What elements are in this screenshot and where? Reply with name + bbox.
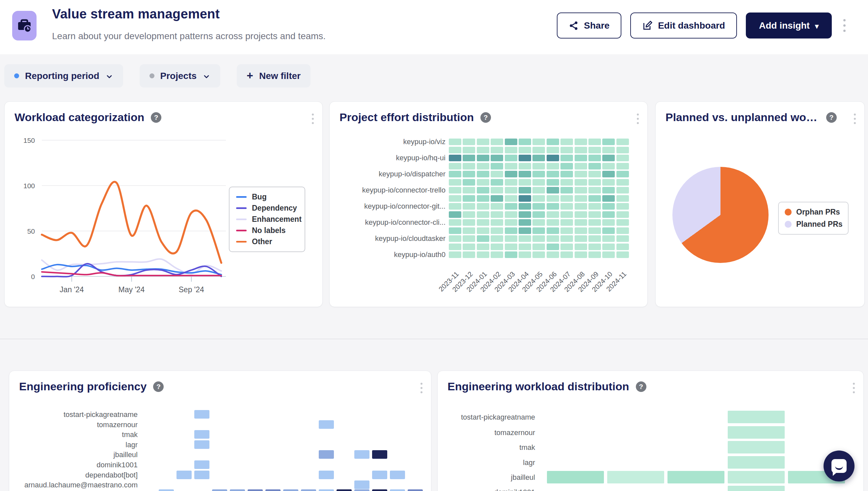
proficiency-cell[interactable] [408, 489, 423, 491]
workload-bar[interactable] [728, 441, 785, 454]
heatmap-cell[interactable] [532, 235, 545, 242]
heatmap-cell[interactable] [505, 195, 517, 202]
proficiency-cell[interactable] [319, 420, 334, 429]
help-icon[interactable]: ? [826, 112, 837, 123]
heatmap-cell[interactable] [560, 243, 573, 250]
edit-dashboard-button[interactable]: Edit dashboard [630, 12, 737, 38]
workload-bar[interactable] [668, 471, 724, 484]
heatmap-cell[interactable] [477, 147, 489, 153]
heatmap-cell[interactable] [560, 147, 573, 153]
heatmap-cell[interactable] [449, 203, 461, 210]
legend-item-dependency[interactable]: Dependency [236, 204, 298, 212]
heatmap-cell[interactable] [519, 211, 531, 218]
heatmap-cell[interactable] [602, 252, 615, 258]
heatmap-cell[interactable] [547, 243, 559, 250]
heatmap-cell[interactable] [588, 139, 601, 145]
heatmap-cell[interactable] [602, 187, 615, 194]
panel-kebab-menu[interactable] [851, 110, 859, 127]
heatmap-cell[interactable] [505, 252, 517, 258]
heatmap-cell[interactable] [532, 203, 545, 210]
heatmap-cell[interactable] [616, 179, 629, 185]
heatmap-cell[interactable] [477, 227, 489, 234]
heatmap-cell[interactable] [505, 139, 517, 145]
legend-item-orphan-prs[interactable]: Orphan PRs [785, 208, 842, 216]
heatmap-cell[interactable] [616, 219, 629, 226]
panel-kebab-menu[interactable] [634, 110, 641, 127]
heatmap-cell[interactable] [491, 211, 503, 218]
workload-bar[interactable] [728, 471, 785, 484]
heatmap-cell[interactable] [547, 195, 559, 202]
heatmap-cell[interactable] [463, 139, 475, 145]
heatmap-cell[interactable] [575, 147, 587, 153]
heatmap-cell[interactable] [547, 163, 559, 170]
heatmap-cell[interactable] [602, 243, 615, 250]
heatmap-cell[interactable] [519, 243, 531, 250]
heatmap-cell[interactable] [616, 155, 629, 161]
heatmap-cell[interactable] [547, 203, 559, 210]
heatmap-cell[interactable] [575, 195, 587, 202]
proficiency-cell[interactable] [372, 489, 387, 491]
heatmap-cell[interactable] [588, 179, 601, 185]
heatmap-cell[interactable] [560, 219, 573, 226]
heatmap-cell[interactable] [588, 235, 601, 242]
heatmap-cell[interactable] [547, 179, 559, 185]
heatmap-cell[interactable] [491, 171, 503, 177]
heatmap-cell[interactable] [519, 203, 531, 210]
proficiency-cell[interactable] [283, 489, 298, 491]
heatmap-cell[interactable] [463, 235, 475, 242]
heatmap-cell[interactable] [616, 163, 629, 170]
heatmap-cell[interactable] [547, 219, 559, 226]
heatmap-cell[interactable] [491, 227, 503, 234]
workload-bar[interactable] [728, 411, 785, 423]
heatmap-cell[interactable] [602, 203, 615, 210]
heatmap-cell[interactable] [519, 139, 531, 145]
workload-bar[interactable] [728, 426, 785, 439]
proficiency-cell[interactable] [212, 489, 227, 491]
heatmap-cell[interactable] [519, 163, 531, 170]
heatmap-cell[interactable] [575, 203, 587, 210]
proficiency-cell[interactable] [159, 489, 174, 491]
heatmap-cell[interactable] [519, 187, 531, 194]
heatmap-cell[interactable] [547, 155, 559, 161]
heatmap-cell[interactable] [463, 147, 475, 153]
share-button[interactable]: Share [557, 12, 621, 38]
heatmap-cell[interactable] [463, 211, 475, 218]
heatmap-cell[interactable] [505, 163, 517, 170]
heatmap-cell[interactable] [449, 195, 461, 202]
heatmap-cell[interactable] [491, 219, 503, 226]
heatmap-cell[interactable] [449, 235, 461, 242]
heatmap-cell[interactable] [588, 203, 601, 210]
heatmap-cell[interactable] [532, 211, 545, 218]
heatmap-cell[interactable] [532, 155, 545, 161]
heatmap-cell[interactable] [616, 147, 629, 153]
heatmap-cell[interactable] [491, 187, 503, 194]
heatmap-cell[interactable] [463, 252, 475, 258]
heatmap-cell[interactable] [519, 195, 531, 202]
heatmap-cell[interactable] [505, 219, 517, 226]
heatmap-cell[interactable] [616, 243, 629, 250]
panel-kebab-menu[interactable] [418, 379, 425, 397]
heatmap-cell[interactable] [449, 179, 461, 185]
heatmap-cell[interactable] [449, 211, 461, 218]
heatmap-cell[interactable] [477, 243, 489, 250]
heatmap-cell[interactable] [463, 179, 475, 185]
heatmap-cell[interactable] [560, 195, 573, 202]
heatmap-cell[interactable] [560, 187, 573, 194]
heatmap-cell[interactable] [575, 211, 587, 218]
heatmap-cell[interactable] [547, 235, 559, 242]
heatmap-cell[interactable] [463, 227, 475, 234]
heatmap-cell[interactable] [463, 163, 475, 170]
proficiency-cell[interactable] [194, 430, 209, 439]
heatmap-cell[interactable] [532, 171, 545, 177]
heatmap-cell[interactable] [532, 139, 545, 145]
heatmap-cell[interactable] [616, 252, 629, 258]
heatmap-cell[interactable] [616, 235, 629, 242]
heatmap-cell[interactable] [547, 187, 559, 194]
legend-item-other[interactable]: Other [236, 237, 298, 246]
heatmap-cell[interactable] [560, 252, 573, 258]
heatmap-cell[interactable] [463, 187, 475, 194]
heatmap-cell[interactable] [575, 187, 587, 194]
heatmap-cell[interactable] [519, 235, 531, 242]
heatmap-cell[interactable] [477, 171, 489, 177]
heatmap-cell[interactable] [505, 227, 517, 234]
